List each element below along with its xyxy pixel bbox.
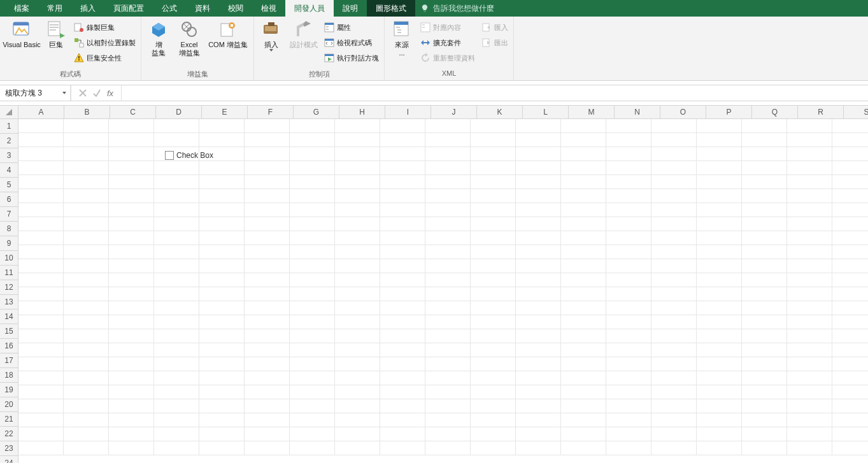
cell[interactable] (561, 259, 606, 273)
cell[interactable] (516, 441, 561, 455)
cell[interactable] (154, 175, 199, 189)
cell[interactable] (64, 441, 109, 455)
cell[interactable] (471, 413, 516, 427)
cell[interactable] (245, 175, 290, 189)
cell[interactable] (290, 357, 335, 371)
cell[interactable] (516, 413, 561, 427)
cell[interactable] (154, 385, 199, 399)
cell[interactable] (425, 189, 471, 203)
cell[interactable] (606, 357, 651, 371)
row-header[interactable]: 12 (0, 280, 18, 295)
row-header[interactable]: 15 (0, 324, 18, 339)
cell[interactable] (335, 287, 380, 301)
cell[interactable] (380, 343, 425, 357)
cell[interactable] (64, 189, 109, 203)
column-header[interactable]: Q (752, 106, 798, 118)
tab-developer[interactable]: 開發人員 (285, 0, 334, 17)
cell[interactable] (154, 245, 199, 259)
row-header[interactable]: 23 (0, 441, 18, 456)
cell[interactable] (742, 413, 787, 427)
cell[interactable] (606, 273, 651, 287)
cell[interactable] (380, 175, 425, 189)
cell[interactable] (651, 441, 697, 455)
checkbox-box[interactable] (165, 151, 174, 160)
cell[interactable] (832, 287, 868, 301)
cell[interactable] (561, 399, 606, 413)
cell[interactable] (380, 441, 425, 455)
cell[interactable] (290, 245, 335, 259)
cell[interactable] (561, 245, 606, 259)
cell[interactable] (290, 427, 335, 441)
cell[interactable] (787, 189, 832, 203)
cell[interactable] (290, 189, 335, 203)
cell[interactable] (651, 315, 697, 329)
cell[interactable] (787, 427, 832, 441)
cell[interactable] (245, 231, 290, 245)
column-header[interactable]: L (523, 106, 569, 118)
cell[interactable] (380, 147, 425, 161)
cell[interactable] (245, 441, 290, 455)
cell[interactable] (109, 203, 154, 217)
cell[interactable] (64, 259, 109, 273)
cell[interactable] (18, 231, 64, 245)
cell[interactable] (18, 147, 64, 161)
use-relative-refs-button[interactable]: 以相對位置錄製 (71, 36, 138, 50)
cell[interactable] (290, 413, 335, 427)
column-header[interactable]: O (660, 106, 706, 118)
cell[interactable] (471, 329, 516, 343)
cell[interactable] (199, 245, 245, 259)
view-code-button[interactable]: 檢視程式碼 (322, 36, 381, 50)
cell[interactable] (561, 343, 606, 357)
cell[interactable] (516, 385, 561, 399)
cell[interactable] (787, 245, 832, 259)
cell[interactable] (516, 175, 561, 189)
cell[interactable] (245, 217, 290, 231)
cell[interactable] (18, 315, 64, 329)
cell[interactable] (787, 147, 832, 161)
cell[interactable] (425, 147, 471, 161)
properties-button[interactable]: 屬性 (322, 20, 381, 34)
cell[interactable] (697, 371, 742, 385)
expansion-packs-button[interactable]: 擴充套件 (418, 36, 478, 50)
cell[interactable] (380, 189, 425, 203)
cell[interactable] (290, 147, 335, 161)
cell[interactable] (651, 287, 697, 301)
cell[interactable] (109, 161, 154, 175)
cell[interactable] (154, 343, 199, 357)
cell[interactable] (832, 385, 868, 399)
run-dialog-button[interactable]: 執行對話方塊 (322, 51, 381, 65)
cell[interactable] (64, 245, 109, 259)
cell[interactable] (787, 399, 832, 413)
cell[interactable] (199, 343, 245, 357)
cell[interactable] (787, 175, 832, 189)
cell[interactable] (651, 385, 697, 399)
cell[interactable] (471, 287, 516, 301)
cell[interactable] (380, 273, 425, 287)
column-header[interactable]: H (339, 106, 385, 118)
cell[interactable] (697, 175, 742, 189)
cell[interactable] (425, 329, 471, 343)
cell[interactable] (290, 385, 335, 399)
cell[interactable] (199, 371, 245, 385)
cell[interactable] (18, 217, 64, 231)
cell[interactable] (832, 427, 868, 441)
cell[interactable] (109, 315, 154, 329)
row-header[interactable]: 22 (0, 427, 18, 441)
column-header[interactable]: N (615, 106, 660, 118)
cell[interactable] (742, 427, 787, 441)
cell[interactable] (18, 161, 64, 175)
cancel-icon[interactable] (79, 89, 87, 97)
cell[interactable] (697, 287, 742, 301)
form-control-checkbox[interactable]: Check Box (165, 151, 213, 160)
cell[interactable] (787, 357, 832, 371)
cell[interactable] (64, 161, 109, 175)
cell[interactable] (425, 343, 471, 357)
cell[interactable] (561, 427, 606, 441)
cell[interactable] (64, 231, 109, 245)
cell[interactable] (290, 203, 335, 217)
cell[interactable] (697, 399, 742, 413)
cell[interactable] (832, 399, 868, 413)
column-header[interactable]: D (156, 106, 202, 118)
cell[interactable] (606, 413, 651, 427)
cell[interactable] (109, 371, 154, 385)
